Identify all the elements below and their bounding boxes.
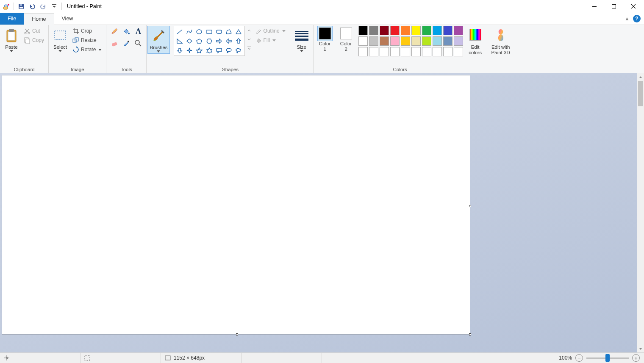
chevron-down-icon xyxy=(272,39,276,42)
help-icon[interactable]: ? xyxy=(633,15,641,22)
shape-4star-icon[interactable] xyxy=(185,46,194,55)
size-button[interactable]: Size xyxy=(293,26,311,53)
palette-swatch[interactable] xyxy=(380,47,389,56)
palette-swatch[interactable] xyxy=(369,26,378,35)
palette-swatch[interactable] xyxy=(454,26,463,35)
shape-rectangle-icon[interactable] xyxy=(204,27,214,36)
color2-button[interactable]: Color 2 xyxy=(337,26,355,52)
shape-polygon-icon[interactable] xyxy=(224,27,233,36)
canvas-viewport[interactable] xyxy=(0,73,637,352)
paint3d-button[interactable]: Edit with Paint 3D xyxy=(490,26,512,56)
shape-oval-icon[interactable] xyxy=(194,27,204,36)
minimize-button[interactable] xyxy=(585,0,604,13)
palette-swatch[interactable] xyxy=(422,47,431,56)
paste-button[interactable]: Paste xyxy=(3,26,20,53)
save-icon[interactable] xyxy=(16,0,27,12)
shapes-scroll[interactable] xyxy=(247,26,252,53)
palette-swatch[interactable] xyxy=(411,47,421,56)
undo-icon[interactable] xyxy=(27,0,38,12)
svg-rect-6 xyxy=(592,6,597,7)
shape-fill-button[interactable]: Fill xyxy=(253,36,287,44)
copy-button[interactable]: Copy xyxy=(22,36,46,44)
rotate-button[interactable]: Rotate xyxy=(71,45,103,54)
palette-swatch[interactable] xyxy=(443,36,452,46)
palette-swatch[interactable] xyxy=(390,36,400,46)
zoom-in-button[interactable]: + xyxy=(632,354,640,362)
shape-6star-icon[interactable] xyxy=(204,46,214,55)
palette-swatch[interactable] xyxy=(401,47,410,56)
shape-arrow-left-icon[interactable] xyxy=(224,36,233,45)
palette-swatch[interactable] xyxy=(454,47,463,56)
palette-swatch[interactable] xyxy=(401,26,410,35)
select-button[interactable]: Select xyxy=(51,26,69,53)
brushes-button[interactable]: Brushes xyxy=(147,26,169,54)
palette-swatch[interactable] xyxy=(369,36,378,46)
maximize-button[interactable] xyxy=(604,0,624,13)
shape-callout-oval-icon[interactable] xyxy=(224,46,233,55)
palette-swatch[interactable] xyxy=(369,47,378,56)
palette-swatch[interactable] xyxy=(411,26,421,35)
palette-swatch[interactable] xyxy=(390,47,400,56)
palette-swatch[interactable] xyxy=(358,47,368,56)
shape-diamond-icon[interactable] xyxy=(185,36,194,45)
scroll-thumb[interactable] xyxy=(638,81,643,106)
collapse-ribbon-icon[interactable]: ▲ xyxy=(625,16,630,22)
scroll-down-icon[interactable] xyxy=(637,345,644,352)
shapes-gallery[interactable] xyxy=(174,26,245,56)
shape-curve-icon[interactable] xyxy=(185,27,194,36)
eraser-tool-icon[interactable] xyxy=(109,38,120,49)
color1-button[interactable]: Color 1 xyxy=(316,26,334,52)
shape-arrow-up-icon[interactable] xyxy=(234,36,243,45)
redo-icon[interactable] xyxy=(38,0,49,12)
palette-swatch[interactable] xyxy=(443,47,452,56)
palette-swatch[interactable] xyxy=(433,26,442,35)
qat-customize-icon[interactable] xyxy=(49,0,60,12)
palette-swatch[interactable] xyxy=(390,26,400,35)
edit-colors-button[interactable]: Edit colors xyxy=(466,26,484,56)
tab-home[interactable]: Home xyxy=(24,13,54,25)
text-tool-icon[interactable]: A xyxy=(133,26,144,37)
shape-callout-rect-icon[interactable] xyxy=(214,46,224,55)
magnifier-tool-icon[interactable] xyxy=(133,38,144,49)
palette-swatch[interactable] xyxy=(433,47,442,56)
close-button[interactable] xyxy=(624,0,643,13)
palette-swatch[interactable] xyxy=(380,26,389,35)
pencil-tool-icon[interactable] xyxy=(109,26,120,37)
palette-swatch[interactable] xyxy=(443,26,452,35)
color-picker-tool-icon[interactable] xyxy=(121,38,132,49)
shape-pentagon-icon[interactable] xyxy=(194,36,204,45)
palette-swatch[interactable] xyxy=(401,36,410,46)
vertical-scrollbar[interactable] xyxy=(637,73,644,352)
shape-arrow-down-icon[interactable] xyxy=(175,46,184,55)
tab-view[interactable]: View xyxy=(54,13,81,25)
shape-arrow-right-icon[interactable] xyxy=(214,36,224,45)
palette-swatch[interactable] xyxy=(422,36,431,46)
shape-right-triangle-icon[interactable] xyxy=(175,36,184,45)
shape-5star-icon[interactable] xyxy=(194,46,204,55)
resize-button[interactable]: Resize xyxy=(71,36,103,44)
drawing-canvas[interactable] xyxy=(2,75,470,334)
palette-swatch[interactable] xyxy=(411,36,421,46)
shape-line-icon[interactable] xyxy=(175,27,184,36)
shape-outline-button[interactable]: Outline xyxy=(253,27,287,35)
zoom-slider-thumb[interactable] xyxy=(605,354,610,362)
scroll-up-icon[interactable] xyxy=(637,73,644,80)
shape-callout-cloud-icon[interactable] xyxy=(234,46,243,55)
zoom-slider[interactable] xyxy=(586,357,629,359)
crop-button[interactable]: Crop xyxy=(71,27,103,35)
tab-file[interactable]: File xyxy=(0,13,24,25)
palette-swatch[interactable] xyxy=(433,36,442,46)
zoom-out-button[interactable]: − xyxy=(575,354,583,362)
palette-swatch[interactable] xyxy=(454,36,463,46)
cut-button[interactable]: Cut xyxy=(22,27,46,35)
shape-triangle-icon[interactable] xyxy=(234,27,243,36)
svg-rect-4 xyxy=(20,4,22,6)
fill-tool-icon[interactable] xyxy=(121,26,132,37)
shape-hexagon-icon[interactable] xyxy=(204,36,214,45)
palette-swatch[interactable] xyxy=(358,26,368,35)
shape-rounded-rect-icon[interactable] xyxy=(214,27,224,36)
palette-swatch[interactable] xyxy=(358,36,368,46)
palette-swatch[interactable] xyxy=(380,36,389,46)
svg-point-18 xyxy=(128,33,130,34)
palette-swatch[interactable] xyxy=(422,26,431,35)
